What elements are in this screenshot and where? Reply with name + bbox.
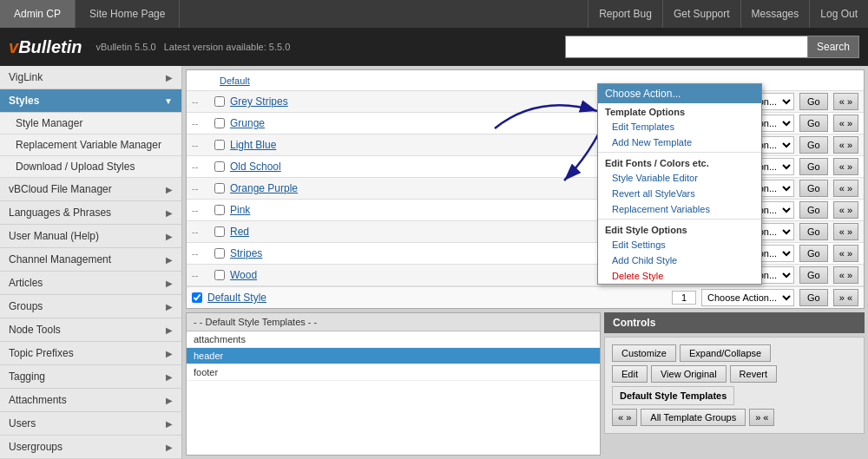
nav-button[interactable]: « » xyxy=(833,201,858,219)
sidebar-item-usergroups[interactable]: Usergroups ▶ xyxy=(0,436,181,459)
nav-next-button[interactable]: » « xyxy=(749,409,774,426)
style-checkbox-red[interactable] xyxy=(214,226,225,237)
style-link-oldschool[interactable]: Old School xyxy=(230,161,667,173)
tab-site-home[interactable]: Site Home Page xyxy=(76,0,180,28)
style-count-stripes[interactable] xyxy=(672,246,696,260)
go-button[interactable]: Go xyxy=(799,245,828,262)
sidebar-item-users[interactable]: Users ▶ xyxy=(0,412,181,436)
style-link-red[interactable]: Red xyxy=(230,226,667,238)
sidebar-item-viglink[interactable]: VigLink ▶ xyxy=(0,66,181,89)
link-report-bug[interactable]: Report Bug xyxy=(588,0,662,28)
view-original-button[interactable]: View Original xyxy=(651,365,727,383)
sidebar-item-download-upload[interactable]: Download / Upload Styles xyxy=(0,156,181,178)
action-select-orangepurple[interactable]: Choose Action... xyxy=(701,180,794,197)
style-link-default[interactable]: Default Style xyxy=(207,292,667,304)
table-row: -- Old School Choose Action... Go « » xyxy=(187,156,864,178)
sidebar-item-topic-prefixes[interactable]: Topic Prefixes ▶ xyxy=(0,342,181,365)
template-item-header[interactable]: header xyxy=(187,348,600,364)
nav-button[interactable]: « » xyxy=(833,136,858,154)
style-count-grey-stripes[interactable] xyxy=(672,95,696,108)
sidebar-item-style-manager[interactable]: Style Manager xyxy=(0,113,181,134)
action-select-grunge[interactable]: Choose Action... xyxy=(701,115,794,132)
go-button[interactable]: Go xyxy=(799,115,828,132)
style-checkbox-orangepurple[interactable] xyxy=(214,183,225,193)
link-get-support[interactable]: Get Support xyxy=(662,0,740,28)
link-messages[interactable]: Messages xyxy=(740,0,810,28)
nav-button[interactable]: « » xyxy=(833,223,858,240)
style-checkbox-grunge[interactable] xyxy=(214,118,225,128)
go-button[interactable]: Go xyxy=(799,201,828,219)
edit-button[interactable]: Edit xyxy=(612,365,648,383)
go-button[interactable]: Go xyxy=(799,223,828,240)
action-select-wood[interactable]: Choose Action... xyxy=(701,266,794,284)
sidebar-item-vbcloud[interactable]: vBCloud File Manager ▶ xyxy=(0,178,181,201)
style-count-oldschool[interactable] xyxy=(672,160,696,174)
style-count-pink[interactable] xyxy=(672,203,696,217)
go-button-default[interactable]: Go xyxy=(799,289,828,306)
style-link-stripes[interactable]: Stripes xyxy=(230,247,667,259)
sidebar-item-styles[interactable]: Styles ▼ xyxy=(0,89,181,113)
nav-button[interactable]: « » xyxy=(833,93,858,110)
link-logout[interactable]: Log Out xyxy=(809,0,868,28)
action-select-oldschool[interactable]: Choose Action... xyxy=(701,158,794,175)
action-select-stripes[interactable]: Choose Action... xyxy=(701,245,794,262)
expand-collapse-button[interactable]: Expand/Collapse xyxy=(680,344,771,362)
go-button[interactable]: Go xyxy=(799,158,828,175)
sidebar-item-tagging[interactable]: Tagging ▶ xyxy=(0,365,181,389)
action-select-lightblue[interactable]: Choose Action... xyxy=(701,136,794,154)
style-count-lightblue[interactable] xyxy=(672,138,696,152)
customize-button[interactable]: Customize xyxy=(612,344,676,362)
sidebar-item-replacement-vars[interactable]: Replacement Variable Manager xyxy=(0,134,181,156)
all-template-groups-button[interactable]: All Template Groups xyxy=(641,409,746,426)
nav-button[interactable]: « » xyxy=(833,158,858,175)
sidebar-item-groups[interactable]: Groups ▶ xyxy=(0,295,181,318)
style-checkbox-pink[interactable] xyxy=(214,205,225,215)
sidebar-item-articles[interactable]: Articles ▶ xyxy=(0,272,181,295)
breadcrumb-link[interactable]: Default xyxy=(214,74,255,88)
nav-button-default[interactable]: » « xyxy=(833,289,858,306)
style-checkbox-lightblue[interactable] xyxy=(214,140,225,150)
template-item-attachments[interactable]: attachments xyxy=(187,331,600,348)
style-link-orangepurple[interactable]: Orange Purple xyxy=(230,182,667,194)
go-button[interactable]: Go xyxy=(799,93,828,110)
sidebar-item-user-manual[interactable]: User Manual (Help) ▶ xyxy=(0,225,181,248)
sidebar-item-node-tools[interactable]: Node Tools ▶ xyxy=(0,318,181,342)
nav-prev-button[interactable]: « » xyxy=(612,409,637,426)
style-count-red[interactable] xyxy=(672,225,696,239)
go-button[interactable]: Go xyxy=(799,180,828,197)
sidebar-item-languages[interactable]: Languages & Phrases ▶ xyxy=(0,201,181,225)
action-select-pink[interactable]: Choose Action... xyxy=(701,201,794,219)
style-checkbox-oldschool[interactable] xyxy=(214,161,225,172)
action-select-red[interactable]: Choose Action... xyxy=(701,223,794,240)
search-button[interactable]: Search xyxy=(808,36,859,58)
nav-button[interactable]: « » xyxy=(833,266,858,284)
default-style-checkbox[interactable] xyxy=(192,292,202,303)
nav-button[interactable]: « » xyxy=(833,180,858,197)
nav-button[interactable]: « » xyxy=(833,115,858,132)
style-count-grunge[interactable] xyxy=(672,116,696,130)
sidebar-item-channel-mgmt[interactable]: Channel Management ▶ xyxy=(0,248,181,272)
go-button[interactable]: Go xyxy=(799,266,828,284)
tab-admin-cp[interactable]: Admin CP xyxy=(0,0,76,28)
sidebar-item-attachments[interactable]: Attachments ▶ xyxy=(0,389,181,412)
nav-button[interactable]: « » xyxy=(833,245,858,262)
style-link-lightblue[interactable]: Light Blue xyxy=(230,139,667,151)
template-item-footer[interactable]: footer xyxy=(187,364,600,381)
style-checkbox-stripes[interactable] xyxy=(214,248,225,259)
style-count-orangepurple[interactable] xyxy=(672,181,696,195)
styles-table: Default -- Grey Stripes Choose Action...… xyxy=(186,69,865,309)
style-checkbox-grey-stripes[interactable] xyxy=(214,96,225,107)
style-count-default[interactable] xyxy=(672,291,696,305)
style-link-wood[interactable]: Wood xyxy=(230,269,667,281)
style-count-wood[interactable] xyxy=(672,268,696,282)
revert-button[interactable]: Revert xyxy=(730,365,777,383)
action-select-grey-stripes[interactable]: Choose Action... xyxy=(701,93,794,110)
search-input[interactable] xyxy=(565,36,808,58)
style-checkbox-wood[interactable] xyxy=(214,270,225,280)
go-button[interactable]: Go xyxy=(799,136,828,154)
style-link-grey-stripes[interactable]: Grey Stripes xyxy=(230,95,667,108)
style-link-grunge[interactable]: Grunge xyxy=(230,117,667,129)
table-row: -- Grey Stripes Choose Action... Go « » xyxy=(187,91,864,113)
style-link-pink[interactable]: Pink xyxy=(230,204,667,216)
action-select-default[interactable]: Choose Action... xyxy=(701,289,794,306)
